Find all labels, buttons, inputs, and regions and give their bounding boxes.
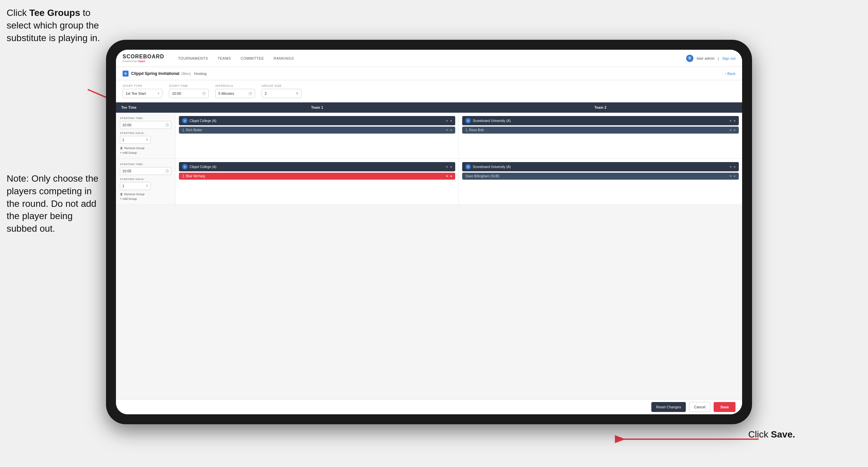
team2-card-2[interactable]: S Scoreboard University (A) ✕ ▾ bbox=[462, 162, 739, 171]
hole-input-1[interactable]: 1 ⇅ bbox=[120, 136, 151, 144]
instruction-text-1: Click bbox=[7, 8, 29, 18]
team1-card-2[interactable]: C Clippd College (A) ✕ ▾ bbox=[179, 162, 455, 171]
player-row-highlighted[interactable]: 2. Blair McHarg ✕ ▾ bbox=[179, 173, 455, 180]
hosting-label: Hosting bbox=[194, 71, 207, 76]
add-group-button-1[interactable]: + Add Group bbox=[120, 151, 171, 154]
intervals-field: Intervals 5 Minutes 🕐 bbox=[215, 84, 255, 98]
starting-time-label-2: STARTING TIME: bbox=[120, 163, 171, 166]
player-remove-icon-1-1[interactable]: ✕ bbox=[445, 128, 448, 132]
table-row: STARTING TIME: 10:00 🕐 STARTING HOLE: 1 … bbox=[116, 113, 742, 159]
player-remove-icon-2-2[interactable]: ✕ bbox=[729, 174, 732, 178]
team2-remove-icon-2[interactable]: ✕ bbox=[729, 165, 732, 169]
starting-time-label-1: STARTING TIME: bbox=[120, 117, 171, 120]
clock-icon: 🕐 bbox=[202, 92, 206, 95]
player-chevron-2-2: ▾ bbox=[734, 174, 736, 178]
team1-cell-1: C Clippd College (A) ✕ ▾ 1. Rich Butler bbox=[176, 113, 459, 158]
team2-badge-2: S bbox=[465, 164, 471, 169]
back-button[interactable]: ‹ Back bbox=[725, 71, 736, 76]
team1-card-right-1: ✕ ▾ bbox=[445, 119, 452, 123]
group-size-input[interactable]: 2 ⇅ bbox=[262, 89, 302, 98]
instruction-tee-groups-bold: Tee Groups bbox=[29, 8, 80, 18]
header-team2: Team 2 bbox=[459, 103, 742, 113]
player-row-1-1[interactable]: 1. Rich Butler ✕ ▾ bbox=[179, 126, 455, 134]
nav-teams[interactable]: TEAMS bbox=[214, 54, 235, 62]
nav-tournaments[interactable]: TOURNAMENTS bbox=[174, 54, 212, 62]
player-remove-icon-2-1[interactable]: ✕ bbox=[729, 128, 732, 132]
time-input-1[interactable]: 10:00 🕐 bbox=[120, 121, 171, 129]
navbar: SCOREBOARD Powered by clippd TOURNAMENTS… bbox=[116, 50, 742, 67]
left-col-2: STARTING TIME: 10:05 🕐 STARTING HOLE: 1 … bbox=[116, 159, 176, 204]
time-input-2[interactable]: 10:05 🕐 bbox=[120, 167, 171, 175]
user-label: blair admin bbox=[697, 56, 715, 60]
gender-tag: (Men) bbox=[181, 71, 191, 76]
player-row-2-2-right: ✕ ▾ bbox=[729, 174, 736, 178]
instruction-note-label: Note: Only choose the players competing … bbox=[7, 173, 98, 234]
chevron-down-icon: ▾ bbox=[158, 92, 159, 95]
team1-remove-icon-2[interactable]: ✕ bbox=[445, 165, 448, 169]
chevron-right-icon-1: ▾ bbox=[450, 119, 452, 123]
chevron-right-icon-2: ▾ bbox=[734, 119, 736, 123]
tablet-frame: SCOREBOARD Powered by clippd TOURNAMENTS… bbox=[106, 40, 752, 424]
player-row-2-right: ✕ ▾ bbox=[729, 128, 736, 132]
team2-remove-icon-1[interactable]: ✕ bbox=[729, 119, 732, 123]
team1-card-1[interactable]: C Clippd College (A) ✕ ▾ bbox=[179, 116, 455, 125]
trash-icon-2: 🗑 bbox=[120, 193, 123, 196]
starting-hole-label-1: STARTING HOLE: bbox=[120, 132, 171, 135]
team2-cell-2: S Scoreboard University (A) ✕ ▾ Dave Bil… bbox=[459, 159, 742, 204]
team1-remove-icon-1[interactable]: ✕ bbox=[445, 119, 448, 123]
sub-header-badge: B bbox=[123, 70, 128, 77]
start-time-input[interactable]: 10:00 🕐 bbox=[169, 89, 209, 98]
player-chevron-2-1: ▾ bbox=[734, 128, 736, 132]
start-time-label: Start Time bbox=[169, 84, 209, 88]
team2-card-right-1: ✕ ▾ bbox=[729, 119, 736, 123]
team2-badge-1: S bbox=[465, 118, 471, 123]
player-row-2-2[interactable]: Dave Billingham (SUB) ✕ ▾ bbox=[462, 173, 739, 180]
nav-rankings[interactable]: RANKINGS bbox=[270, 54, 298, 62]
save-button[interactable]: Save bbox=[714, 402, 736, 412]
player-chevron-1-2: ▾ bbox=[450, 174, 452, 178]
team1-name-2: Clippd College (A) bbox=[189, 165, 216, 169]
header-team1: Team 1 bbox=[176, 103, 459, 113]
remove-group-button-1[interactable]: 🗑 Remove Group bbox=[120, 146, 171, 150]
sign-out-link[interactable]: Sign out bbox=[722, 56, 736, 60]
cancel-button[interactable]: Cancel bbox=[689, 402, 710, 412]
team2-cell-1: S Scoreboard University (A) ✕ ▾ 1. Rees … bbox=[459, 113, 742, 158]
team2-card-left-2: S Scoreboard University (A) bbox=[465, 164, 510, 169]
hole-input-2[interactable]: 1 ⇅ bbox=[120, 182, 151, 190]
starting-hole-label-2: STARTING HOLE: bbox=[120, 178, 171, 181]
nav-links: TOURNAMENTS TEAMS COMMITTEE RANKINGS bbox=[174, 54, 686, 62]
start-type-field: Start Type 1st Tee Start ▾ bbox=[123, 84, 162, 98]
remove-group-button-2[interactable]: 🗑 Remove Group bbox=[120, 193, 171, 196]
footer-bar: Reset Changes Cancel Save bbox=[116, 399, 742, 414]
intervals-input[interactable]: 5 Minutes 🕐 bbox=[215, 89, 255, 98]
team1-cell-2: C Clippd College (A) ✕ ▾ 2. Blair McHarg bbox=[176, 159, 459, 204]
pipe-separator: | bbox=[718, 56, 719, 60]
clock-icon-3: 🕐 bbox=[165, 123, 169, 126]
settings-bar: Start Type 1st Tee Start ▾ Start Time 10… bbox=[116, 80, 742, 103]
instruction-bottom: Note: Only choose the players competing … bbox=[7, 172, 103, 235]
group-size-label: Group Size bbox=[262, 84, 302, 88]
instruction-top: Click Tee Groups to select which group t… bbox=[7, 7, 103, 44]
click-save-annotation: Click Save. bbox=[748, 429, 795, 440]
player-name-2-1: 1. Rees Britt bbox=[465, 128, 484, 132]
team2-name-1: Scoreboard University (A) bbox=[473, 119, 510, 123]
start-type-label: Start Type bbox=[123, 84, 162, 88]
player-chevron-1-1: ▾ bbox=[450, 128, 452, 132]
team2-card-1[interactable]: S Scoreboard University (A) ✕ ▾ bbox=[462, 116, 739, 125]
team1-card-left-2: C Clippd College (A) bbox=[182, 164, 216, 169]
add-group-button-2[interactable]: + Add Group bbox=[120, 197, 171, 201]
team2-card-left-1: S Scoreboard University (A) bbox=[465, 118, 510, 123]
player-name-1-1: 1. Rich Butler bbox=[182, 128, 202, 132]
logo-area: SCOREBOARD Powered by clippd bbox=[123, 54, 164, 63]
sub-header: B Clippd Spring Invitational (Men) Hosti… bbox=[116, 67, 742, 80]
header-tee-time: Tee Time bbox=[116, 103, 176, 113]
player-remove-icon-1-2[interactable]: ✕ bbox=[445, 174, 448, 178]
team2-name-2: Scoreboard University (A) bbox=[473, 165, 510, 169]
player-row-2-1[interactable]: 1. Rees Britt ✕ ▾ bbox=[462, 126, 739, 134]
reset-changes-button[interactable]: Reset Changes bbox=[651, 402, 686, 412]
start-type-input[interactable]: 1st Tee Start ▾ bbox=[123, 89, 162, 98]
chevron-updown-icon-2: ⇅ bbox=[146, 184, 148, 187]
nav-committee[interactable]: COMMITTEE bbox=[237, 54, 268, 62]
grid-body: STARTING TIME: 10:00 🕐 STARTING HOLE: 1 … bbox=[116, 113, 742, 205]
tournament-name: Clippd Spring Invitational bbox=[131, 71, 179, 76]
